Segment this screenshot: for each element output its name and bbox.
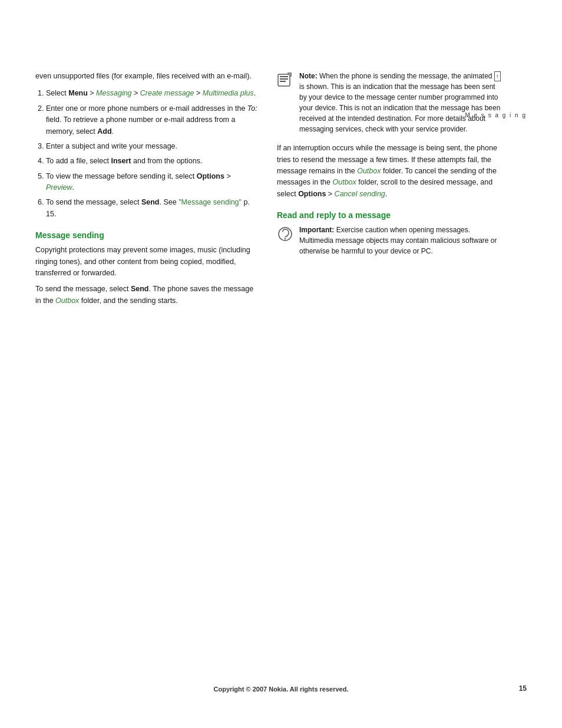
step-6: To send the message, select Send. See "M…	[46, 197, 259, 220]
note-box: Note: When the phone is sending the mess…	[277, 71, 501, 134]
svg-point-5	[285, 238, 286, 239]
p2-send-bold: Send	[131, 285, 149, 293]
step4-insert-bold: Insert	[111, 157, 131, 165]
step6-send-bold: Send	[141, 198, 160, 206]
page-footer: Copyright © 2007 Nokia. All rights reser…	[0, 686, 562, 693]
message-sending-p2: To send the message, select Send. The ph…	[35, 284, 259, 307]
step2-text: Enter one or more phone numbers or e-mai…	[46, 104, 257, 136]
step-3: Enter a subject and write your message.	[46, 141, 259, 152]
read-reply-heading: Read and reply to a message	[277, 210, 501, 220]
step2-to-field: To:	[247, 104, 257, 113]
note-label-bold: Note:	[299, 72, 318, 80]
step2-add-bold: Add	[97, 127, 111, 136]
intro-text: even unsupported files (for example, fil…	[35, 71, 259, 82]
step-5: To view the message before sending it, s…	[46, 171, 259, 194]
important-icon	[277, 226, 293, 242]
interruption-cancel-link: Cancel sending	[335, 190, 385, 198]
important-box: Important: Exercise caution when opening…	[277, 225, 501, 256]
important-label-bold: Important:	[299, 226, 334, 234]
interruption-outbox-2: Outbox	[333, 178, 356, 186]
step5-text: To view the message before sending it, s…	[46, 172, 231, 192]
left-column: even unsupported files (for example, fil…	[35, 71, 259, 693]
step6-text: To send the message, select Send. See "M…	[46, 198, 250, 218]
step-1: Select Menu > Messaging > Create message…	[46, 88, 259, 99]
svg-rect-3	[280, 81, 286, 82]
step1-menu-bold: Menu	[68, 89, 88, 97]
step4-text: To add a file, select Insert and from th…	[46, 157, 202, 165]
p2-outbox-link: Outbox	[55, 297, 79, 305]
section-header: M e s s a g i n g	[465, 112, 527, 118]
step-2: Enter one or more phone numbers or e-mai…	[46, 103, 259, 137]
steps-list: Select Menu > Messaging > Create message…	[46, 88, 259, 220]
important-text-content: Important: Exercise caution when opening…	[299, 225, 501, 256]
step1-text: Select Menu > Messaging > Create message…	[46, 89, 256, 97]
message-sending-heading: Message sending	[35, 230, 259, 240]
step5-preview-link: Preview	[46, 183, 72, 192]
step1-messaging-link: Messaging	[96, 89, 131, 97]
right-column: Note: When the phone is sending the mess…	[277, 71, 501, 693]
svg-rect-1	[280, 76, 288, 77]
animated-icon: ↑	[494, 71, 501, 81]
step3-text: Enter a subject and write your message.	[46, 142, 177, 150]
message-sending-p1: Copyright protections may prevent some i…	[35, 245, 259, 279]
interruption-outbox-1: Outbox	[357, 167, 381, 175]
step-4: To add a file, select Insert and from th…	[46, 156, 259, 167]
step6-message-sending-link: "Message sending"	[178, 198, 242, 206]
copyright-text: Copyright © 2007 Nokia. All rights reser…	[214, 686, 349, 693]
page: M e s s a g i n g even unsupported files…	[0, 0, 562, 728]
interruption-paragraph: If an interruption occurs while the mess…	[277, 143, 501, 200]
step1-mms-link: Multimedia plus	[203, 89, 254, 97]
note-text-content: Note: When the phone is sending the mess…	[299, 71, 501, 134]
step1-create-link: Create message	[140, 89, 194, 97]
note-icon	[277, 72, 293, 88]
step5-options-bold: Options	[197, 172, 224, 180]
svg-rect-2	[280, 78, 288, 80]
page-number: 15	[519, 684, 527, 693]
interruption-options-bold: Options	[298, 190, 326, 198]
